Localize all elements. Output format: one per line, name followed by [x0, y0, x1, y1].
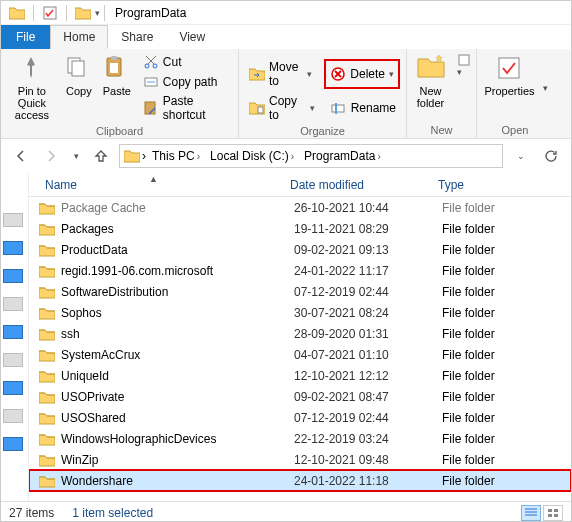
ribbon: Pin to Quick access Copy Paste [1, 49, 571, 139]
title-bar: ▾ ProgramData [1, 1, 571, 25]
group-organize: Move to ▾ Delete ▾ Copy to ▾ [239, 49, 407, 138]
file-date: 28-09-2020 01:31 [294, 327, 442, 341]
folder-icon [9, 5, 25, 21]
crumb-programdata[interactable]: ProgramData› [300, 149, 385, 163]
table-row[interactable]: UniqueId12-10-2021 12:12File folder [29, 365, 571, 386]
paste-shortcut-button[interactable]: Paste shortcut [139, 93, 232, 123]
nav-thumb[interactable] [3, 269, 23, 283]
table-row[interactable]: WindowsHolographicDevices22-12-2019 03:2… [29, 428, 571, 449]
view-details-button[interactable] [521, 505, 541, 521]
file-type: File folder [442, 390, 495, 404]
tab-home[interactable]: Home [50, 25, 108, 49]
file-type: File folder [442, 201, 495, 215]
chevron-right-icon[interactable]: › [142, 149, 146, 163]
folder-icon [39, 222, 55, 236]
nav-pane-collapsed[interactable] [1, 173, 29, 501]
col-date[interactable]: Date modified [284, 178, 432, 192]
move-to-icon [249, 66, 265, 82]
rename-button[interactable]: Rename [327, 93, 400, 123]
file-name: Package Cache [61, 201, 294, 215]
nav-thumb[interactable] [3, 241, 23, 255]
file-name: UniqueId [61, 369, 294, 383]
divider [66, 5, 67, 21]
nav-thumb[interactable] [3, 437, 23, 451]
view-large-button[interactable] [543, 505, 563, 521]
tab-share[interactable]: Share [108, 25, 166, 49]
folder-icon [39, 243, 55, 257]
nav-thumb[interactable] [3, 213, 23, 227]
copy-to-button[interactable]: Copy to ▾ [245, 93, 319, 123]
properties-button[interactable]: Properties [483, 53, 537, 97]
col-type[interactable]: Type [432, 178, 571, 192]
file-date: 19-11-2021 08:29 [294, 222, 442, 236]
chevron-down-icon[interactable]: ▾ [457, 67, 473, 77]
nav-thumb[interactable] [3, 381, 23, 395]
address-dropdown[interactable]: ⌄ [509, 144, 533, 168]
delete-button[interactable]: Delete ▾ [324, 59, 400, 89]
table-row[interactable]: SystemAcCrux04-07-2021 01:10File folder [29, 344, 571, 365]
copy-path-label: Copy path [163, 75, 218, 89]
file-type: File folder [442, 369, 495, 383]
file-name: USOPrivate [61, 390, 294, 404]
rename-label: Rename [351, 101, 396, 115]
file-name: Wondershare [61, 474, 294, 488]
nav-thumb[interactable] [3, 353, 23, 367]
nav-thumb[interactable] [3, 409, 23, 423]
file-type: File folder [442, 411, 495, 425]
scissors-icon [143, 54, 159, 70]
table-row[interactable]: Sophos30-07-2021 08:24File folder [29, 302, 571, 323]
copy-path-button[interactable]: Copy path [139, 73, 232, 91]
copy-button[interactable]: Copy [63, 53, 95, 97]
new-item-icon[interactable] [457, 53, 473, 67]
table-row[interactable]: ssh28-09-2020 01:31File folder [29, 323, 571, 344]
table-row[interactable]: USOShared07-12-2019 02:44File folder [29, 407, 571, 428]
sort-indicator-icon: ▲ [149, 174, 158, 184]
svg-rect-13 [335, 103, 337, 114]
chevron-down-icon: ▾ [310, 103, 315, 113]
file-name: WindowsHolographicDevices [61, 432, 294, 446]
new-folder-button[interactable]: New folder [411, 53, 451, 109]
svg-point-6 [145, 64, 149, 68]
column-headers: ▲ Name Date modified Type [29, 173, 571, 197]
file-date: 04-07-2021 01:10 [294, 348, 442, 362]
up-button[interactable] [89, 144, 113, 168]
file-type: File folder [442, 222, 495, 236]
svg-rect-17 [554, 509, 558, 512]
cut-button[interactable]: Cut [139, 53, 232, 71]
paste-button[interactable]: Paste [101, 53, 133, 97]
chevron-down-icon[interactable]: ▾ [543, 83, 548, 93]
pin-quick-access-button[interactable]: Pin to Quick access [7, 53, 57, 121]
folder-icon [39, 201, 55, 215]
table-row[interactable]: regid.1991-06.com.microsoft24-01-2022 11… [29, 260, 571, 281]
table-row[interactable]: WinZip12-10-2021 09:48File folder [29, 449, 571, 470]
crumb-local-disk[interactable]: Local Disk (C:)› [206, 149, 298, 163]
file-date: 09-02-2021 09:13 [294, 243, 442, 257]
back-button[interactable] [9, 144, 33, 168]
table-row[interactable]: USOPrivate09-02-2021 08:47File folder [29, 386, 571, 407]
file-name: SoftwareDistribution [61, 285, 294, 299]
table-row[interactable]: Wondershare24-01-2022 11:18File folder [29, 470, 571, 491]
qat-dropdown-icon[interactable]: ▾ [95, 8, 100, 18]
table-row[interactable]: Packages19-11-2021 08:29File folder [29, 218, 571, 239]
item-count: 27 items [9, 506, 54, 520]
nav-thumb[interactable] [3, 297, 23, 311]
group-new: New folder ▾ New [407, 49, 477, 138]
move-to-button[interactable]: Move to ▾ [245, 59, 316, 89]
history-dropdown[interactable]: ▾ [69, 144, 83, 168]
folder-icon [39, 264, 55, 278]
tab-file[interactable]: File [1, 25, 50, 49]
refresh-button[interactable] [539, 144, 563, 168]
nav-thumb[interactable] [3, 325, 23, 339]
cut-label: Cut [163, 55, 182, 69]
crumb-this-pc[interactable]: This PC› [148, 149, 204, 163]
tab-view[interactable]: View [166, 25, 218, 49]
table-row[interactable]: Package Cache26-10-2021 10:44File folder [29, 197, 571, 218]
qat-properties-icon[interactable] [42, 5, 58, 21]
table-row[interactable]: ProductData09-02-2021 09:13File folder [29, 239, 571, 260]
file-type: File folder [442, 432, 495, 446]
folder-icon [39, 474, 55, 488]
breadcrumb[interactable]: › This PC› Local Disk (C:)› ProgramData› [119, 144, 503, 168]
delete-icon [330, 66, 346, 82]
forward-button[interactable] [39, 144, 63, 168]
table-row[interactable]: SoftwareDistribution07-12-2019 02:44File… [29, 281, 571, 302]
